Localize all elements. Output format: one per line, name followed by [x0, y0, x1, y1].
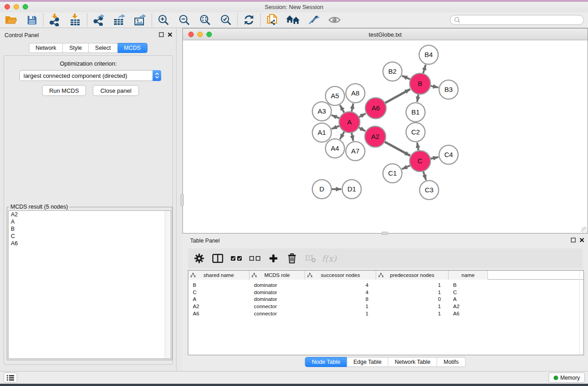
- graph-node-A5[interactable]: A5: [325, 86, 344, 105]
- table-cell[interactable]: A2: [449, 304, 488, 309]
- import-network-button[interactable]: [48, 13, 62, 27]
- tab-node-table[interactable]: Node Table: [305, 357, 347, 367]
- graph-edge-A6-B[interactable]: [385, 89, 410, 103]
- graph-node-D[interactable]: D: [312, 180, 331, 199]
- table-cell[interactable]: A6: [449, 311, 488, 316]
- task-history-button[interactable]: [4, 372, 17, 383]
- graph-node-B3[interactable]: B3: [439, 80, 458, 99]
- table-cell[interactable]: A: [188, 296, 249, 302]
- zoom-in-button[interactable]: [156, 13, 171, 27]
- table-cell[interactable]: 4: [305, 290, 376, 295]
- import-table-button[interactable]: [68, 13, 83, 27]
- memory-button[interactable]: Memory: [549, 372, 585, 383]
- table-cell[interactable]: B: [449, 282, 488, 288]
- graph-node-A6[interactable]: A6: [365, 98, 386, 119]
- table-cell[interactable]: 1: [376, 304, 449, 309]
- graph-node-A8[interactable]: A8: [346, 84, 365, 103]
- table-cell[interactable]: B: [188, 282, 249, 288]
- graph-edge-A-A3[interactable]: [331, 115, 339, 118]
- tab-style[interactable]: Style: [63, 43, 89, 53]
- graph-edge-A-A5[interactable]: [340, 105, 344, 113]
- select-all-button[interactable]: [230, 252, 242, 265]
- graph-node-C[interactable]: C: [410, 151, 430, 172]
- graph-node-C2[interactable]: C2: [406, 123, 425, 142]
- close-table-panel-icon[interactable]: [579, 238, 584, 243]
- table-row-A[interactable]: Adominator80A: [188, 296, 583, 303]
- table-cell[interactable]: dominator: [249, 290, 305, 295]
- graph-node-A3[interactable]: A3: [312, 102, 331, 121]
- add-row-button[interactable]: [268, 252, 279, 265]
- graph-edge-B-B4[interactable]: [423, 65, 426, 73]
- delete-row-button[interactable]: [286, 252, 298, 265]
- graph-edge-C-C1[interactable]: [402, 166, 410, 169]
- table-cell[interactable]: C: [449, 290, 488, 295]
- graph-node-C3[interactable]: C3: [420, 181, 439, 200]
- table-cell[interactable]: dominator: [249, 296, 305, 302]
- network-canvas[interactable]: B4B2BB3A5A8A6B1A3AA1C2A2A4A7C4CC1C3DD1: [183, 40, 588, 233]
- mcds-result-item[interactable]: A: [9, 218, 171, 225]
- table-cell[interactable]: 1: [305, 304, 376, 309]
- graph-node-A7[interactable]: A7: [346, 142, 365, 161]
- graph-node-A2[interactable]: A2: [365, 126, 386, 147]
- graph-node-B1[interactable]: B1: [406, 103, 425, 122]
- deselect-all-button[interactable]: [249, 252, 261, 265]
- mcds-result-item[interactable]: C: [9, 233, 171, 240]
- float-table-panel-icon[interactable]: [571, 238, 576, 243]
- column-header-predecessor-nodes[interactable]: predecessor nodes: [376, 271, 449, 280]
- graph-node-C4[interactable]: C4: [439, 145, 458, 164]
- column-header-name[interactable]: name: [449, 271, 488, 280]
- refresh-layout-button[interactable]: [242, 13, 256, 27]
- list-scrollbar[interactable]: [165, 211, 171, 358]
- tab-network[interactable]: Network: [29, 43, 63, 53]
- zoom-selected-button[interactable]: [219, 13, 233, 27]
- table-row-C[interactable]: Cdominator41C: [188, 289, 583, 296]
- graph-edge-C-C4[interactable]: [430, 157, 438, 159]
- graph-edge-A-A7[interactable]: [352, 133, 354, 141]
- table-row-A6[interactable]: A6connector11A6: [188, 310, 583, 317]
- resize-grip-icon[interactable]: [581, 227, 587, 233]
- column-header-shared-name[interactable]: shared name: [188, 271, 249, 280]
- columns-button[interactable]: [212, 252, 224, 265]
- graph-edge-A-A4[interactable]: [340, 132, 344, 139]
- table-cell[interactable]: 1: [376, 290, 449, 295]
- graph-edge-A-A6[interactable]: [359, 114, 366, 117]
- close-panel-icon[interactable]: [167, 32, 172, 37]
- graph-node-B2[interactable]: B2: [383, 62, 402, 81]
- zoom-out-button[interactable]: [177, 13, 191, 27]
- open-session-button[interactable]: [4, 13, 18, 27]
- graph-node-D1[interactable]: D1: [342, 180, 361, 199]
- table-row-A2[interactable]: A2connector11A2: [188, 303, 583, 310]
- table-cell[interactable]: 8: [305, 296, 376, 302]
- clone-network-button[interactable]: [265, 13, 279, 27]
- graph-edge-B-B3[interactable]: [431, 86, 439, 88]
- optimization-criterion-select[interactable]: largest connected component (directed): [19, 70, 161, 81]
- table-scrollbar[interactable]: [579, 271, 583, 355]
- table-cell[interactable]: connector: [249, 311, 305, 316]
- tab-motifs[interactable]: Motifs: [437, 357, 465, 367]
- tab-network-table[interactable]: Network Table: [388, 357, 437, 367]
- graph-edge-B-B1[interactable]: [417, 95, 419, 102]
- table-cell[interactable]: C: [188, 290, 249, 295]
- graph-node-A4[interactable]: A4: [325, 139, 344, 158]
- mcds-result-item[interactable]: B: [9, 225, 171, 233]
- column-header-successor-nodes[interactable]: successor nodes: [305, 271, 376, 280]
- save-session-button[interactable]: [24, 13, 39, 27]
- show-details-button[interactable]: [327, 13, 342, 27]
- column-header-MCDS-role[interactable]: MCDS role: [249, 271, 305, 280]
- tab-edge-table[interactable]: Edge Table: [347, 357, 388, 367]
- search-field[interactable]: [450, 15, 584, 25]
- hide-labels-button[interactable]: [306, 13, 321, 27]
- float-panel-icon[interactable]: [159, 32, 164, 37]
- export-image-button[interactable]: [133, 13, 148, 27]
- tab-mcds[interactable]: MCDS: [118, 43, 148, 53]
- graph-node-C1[interactable]: C1: [383, 164, 402, 183]
- graph-edge-A-A2[interactable]: [359, 128, 365, 131]
- network-window-titlebar[interactable]: testGlobe.txt: [183, 29, 588, 40]
- mcds-result-item[interactable]: A2: [9, 211, 171, 218]
- graph-node-B4[interactable]: B4: [419, 45, 438, 64]
- graph-node-A1[interactable]: A1: [312, 123, 331, 142]
- table-row-B[interactable]: Bdominator41B: [188, 281, 583, 289]
- search-input[interactable]: [463, 16, 583, 24]
- table-cell[interactable]: connector: [249, 304, 305, 309]
- graph-edge-C-C3[interactable]: [423, 172, 426, 180]
